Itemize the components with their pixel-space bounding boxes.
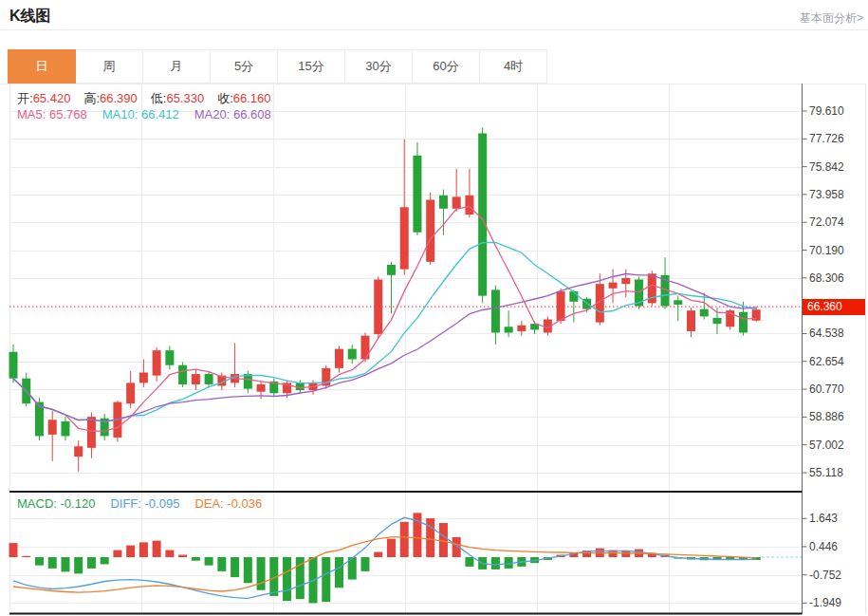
diff-legend: DIFF: -0.095: [110, 496, 179, 511]
macd-legend: MACD: -0.120: [17, 496, 95, 511]
axis-tick-label: 1.643: [809, 512, 838, 525]
last-price-tag: 66.360: [803, 299, 865, 315]
tab-15min[interactable]: 15分: [278, 49, 345, 84]
macd-info-row: MACD: -0.120DIFF: -0.095DEA: -0.036: [17, 496, 262, 511]
axis-tick-label: 55.118: [809, 466, 843, 479]
axis-tick-label: 79.610: [809, 104, 844, 118]
axis-tick-label: 75.842: [809, 160, 844, 174]
axis-tick-label: -1.949: [809, 596, 841, 609]
tab-week[interactable]: 周: [76, 49, 143, 84]
low-value: 65.330: [166, 91, 204, 105]
axis-tick-label: -0.752: [809, 569, 841, 582]
page-title: K线图: [9, 7, 51, 27]
period-tab-bar: 日 周 月 5分 15分 30分 60分 4时: [8, 49, 547, 84]
ma10-legend: MA10: 66.412: [102, 107, 179, 121]
axis-tick-label: 73.958: [809, 188, 844, 201]
tab-60min[interactable]: 60分: [413, 49, 480, 84]
axis-tick-label: 0.446: [809, 540, 838, 553]
ma-info-row: MA5: 65.768MA10: 66.412MA20: 66.608: [17, 107, 271, 121]
high-label: 高:: [83, 91, 100, 105]
close-value: 66.160: [233, 91, 271, 105]
price-axis: 79.61077.72675.84273.95872.07470.19068.3…: [803, 84, 866, 614]
open-label: 开:: [17, 91, 33, 105]
tab-4hour[interactable]: 4时: [480, 49, 547, 84]
tab-5min[interactable]: 5分: [211, 49, 278, 84]
close-label: 收:: [217, 91, 233, 105]
tab-month[interactable]: 月: [143, 49, 211, 84]
axis-tick-label: 60.770: [809, 383, 844, 396]
axis-tick-label: 57.002: [809, 439, 844, 452]
open-value: 65.420: [33, 91, 71, 105]
fundamental-analysis-link[interactable]: 基本面分析>: [800, 10, 863, 27]
header-divider: [0, 29, 868, 30]
dea-legend: DEA: -0.036: [194, 496, 262, 511]
ma20-legend: MA20: 66.608: [194, 107, 271, 121]
low-label: 低:: [151, 91, 167, 105]
main-chart-surface[interactable]: [9, 84, 803, 492]
axis-tick-label: 72.074: [809, 215, 844, 229]
ma5-legend: MA5: 65.768: [17, 107, 87, 121]
tab-30min[interactable]: 30分: [345, 49, 413, 84]
tab-day[interactable]: 日: [8, 49, 76, 84]
axis-tick-label: 58.886: [809, 410, 844, 423]
high-value: 66.390: [100, 91, 138, 105]
kline-app: K线图 基本面分析> 日 周 月 5分 15分 30分 60分 4时 79.61…: [0, 0, 868, 616]
ohlc-info-row: 开:65.420高:66.390低:65.330收:66.160: [17, 90, 285, 107]
axis-tick-label: 70.190: [809, 244, 844, 257]
axis-tick-label: 64.538: [809, 327, 844, 340]
axis-tick-label: 77.726: [809, 132, 844, 145]
axis-tick-label: 62.654: [809, 355, 844, 368]
axis-tick-label: 68.306: [809, 271, 844, 285]
